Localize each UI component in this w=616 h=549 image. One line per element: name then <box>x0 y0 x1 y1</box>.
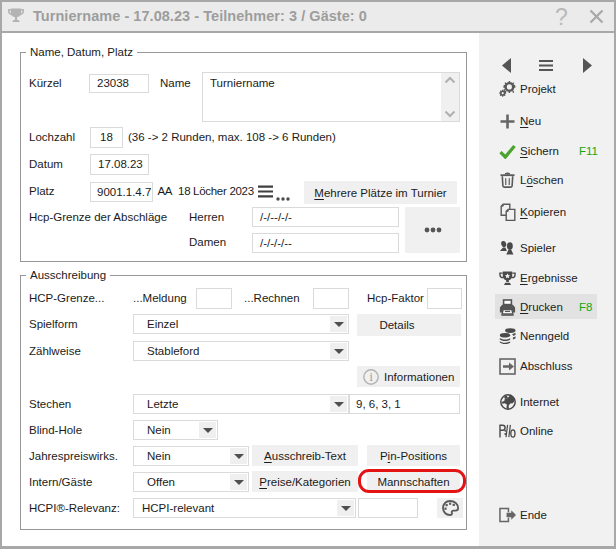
svg-text:i: i <box>370 370 374 384</box>
